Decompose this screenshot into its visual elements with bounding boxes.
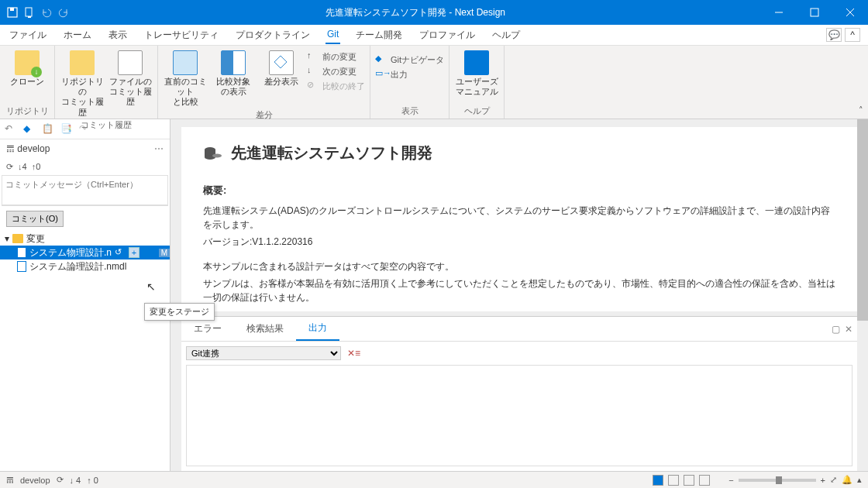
svg-rect-2 — [26, 8, 32, 16]
tab-output[interactable]: 出力 — [296, 317, 339, 341]
layout-icon-4[interactable] — [699, 475, 710, 486]
status-branch-icon: 𝌎 — [6, 475, 14, 485]
notifications-icon[interactable]: 🔔 — [842, 475, 852, 485]
main-scrollbar[interactable] — [857, 119, 868, 465]
layout-icon-2[interactable] — [668, 475, 679, 486]
folder-icon — [12, 234, 23, 243]
ribbon-group-help: ヘルプ — [454, 104, 499, 119]
tab-team[interactable]: チーム開発 — [354, 26, 404, 45]
stage-tooltip: 変更をステージ — [144, 303, 215, 321]
sync-icon[interactable]: ⟳ — [6, 162, 13, 172]
branch-name[interactable]: develop — [17, 143, 50, 154]
ribbon-group-repo: リポジトリ — [5, 104, 50, 119]
end-compare-button[interactable]: ⊘比較の終了 — [307, 80, 365, 92]
overview-p2: バージョン:V1.1.2.220316 — [203, 235, 835, 249]
git-navigator-button[interactable]: ◆Gitナビゲータ — [375, 53, 444, 66]
tab-error[interactable]: エラー — [181, 318, 234, 340]
git-nav-icon[interactable]: ◆ — [23, 123, 36, 136]
tab-git[interactable]: Git — [326, 26, 340, 44]
clear-output-icon[interactable]: ✕≡ — [347, 348, 360, 359]
doc-title: 先進運転システムソフト開発 — [203, 143, 835, 163]
file-icon — [17, 247, 26, 258]
layout-icon-3[interactable] — [684, 475, 694, 486]
panel-dock-icon[interactable]: ▢ — [832, 324, 840, 335]
svg-point-10 — [212, 153, 222, 157]
window-title: 先進運転システムソフト開発 - Next Design — [70, 6, 761, 19]
tab-file[interactable]: ファイル — [8, 26, 48, 45]
output-body — [186, 365, 852, 466]
svg-rect-4 — [811, 9, 818, 16]
ribbon-expand-icon[interactable]: ˄ — [859, 105, 863, 115]
stage-plus-icon[interactable]: + — [129, 247, 140, 258]
lp-icon-3[interactable]: 📋 — [42, 123, 54, 136]
manual-button[interactable]: ユーザーズ マニュアル — [454, 49, 499, 104]
tree-item-physical[interactable]: システム物理設計.n ↺ + M — [0, 246, 170, 259]
diff-view-button[interactable]: 差分表示 — [259, 49, 304, 108]
close-button[interactable] — [832, 0, 868, 25]
status-chevron-icon[interactable]: ▴ — [857, 475, 862, 485]
tab-home[interactable]: ホーム — [62, 26, 93, 45]
tab-view[interactable]: 表示 — [107, 26, 129, 45]
collapse-ribbon-icon[interactable]: ^ — [845, 28, 860, 42]
overview-p1: 先進運転システム(ADAS)のクルーズコントロールシステムについて、システムのサ… — [203, 204, 835, 232]
back-arrow-icon[interactable]: ↶ — [5, 123, 17, 136]
commit-message-input[interactable] — [2, 175, 168, 205]
compare-prev-button[interactable]: 直前のコミット と比較 — [163, 49, 208, 108]
collapse-icon[interactable]: ▾ — [5, 233, 9, 244]
tab-search[interactable]: 検索結果 — [234, 318, 296, 340]
db-icon — [203, 145, 223, 162]
panel-close-icon[interactable]: ✕ — [845, 324, 852, 335]
incoming-count: ↓4 — [18, 162, 27, 171]
status-up: ↑ 0 — [87, 476, 98, 485]
tab-profile[interactable]: プロファイル — [418, 26, 477, 45]
ribbon-group-diff: 差分 — [163, 108, 365, 122]
layout-icon-1[interactable] — [653, 475, 663, 486]
status-sync-icon[interactable]: ⟳ — [57, 475, 64, 485]
maximize-button[interactable] — [797, 0, 832, 25]
save-icon[interactable] — [6, 6, 19, 19]
undo-icon[interactable] — [40, 6, 53, 19]
clone-button[interactable]: ↓ クローン — [5, 49, 50, 104]
file-icon — [17, 261, 26, 272]
revert-icon[interactable]: ↺ — [115, 247, 126, 258]
svg-rect-1 — [10, 8, 14, 11]
redo-icon[interactable] — [57, 6, 70, 19]
status-down: ↓ 4 — [70, 476, 81, 485]
branch-icon: 𝌎 — [6, 143, 17, 154]
zoom-slider[interactable] — [739, 479, 816, 482]
modified-badge: M — [159, 249, 170, 257]
file-history-button[interactable]: ファイルの コミット履歴 — [108, 49, 153, 118]
output-button[interactable]: ▭→出力 — [375, 68, 444, 81]
next-change-button[interactable]: ↓次の変更 — [307, 65, 365, 77]
ribbon-group-history: コミット履歴 — [60, 118, 153, 132]
tree-item-logical[interactable]: システム論理設計.nmdl M — [0, 259, 170, 273]
zoom-in-icon[interactable]: + — [821, 476, 825, 485]
status-icon-a[interactable]: ⤢ — [830, 475, 837, 485]
feedback-icon[interactable]: 💬 — [826, 28, 842, 42]
output-filter-select[interactable]: Git連携 — [186, 346, 341, 360]
tab-trace[interactable]: トレーサビリティ — [143, 26, 220, 45]
overview-p3: 本サンプルに含まれる設計データはすべて架空の内容です。 — [203, 259, 835, 273]
outgoing-count: ↑0 — [32, 162, 41, 171]
ribbon-group-view: 表示 — [375, 104, 444, 119]
repo-history-button[interactable]: リポジトリの コミット履歴 — [60, 49, 105, 118]
zoom-out-icon[interactable]: − — [728, 476, 733, 485]
compare-target-button[interactable]: 比較対象 の表示 — [211, 49, 256, 108]
overview-p4: サンプルは、お客様が本製品を有効に活用頂く上で参考にしていただくことを想定したも… — [203, 277, 835, 304]
commit-button[interactable]: コミット(O) — [6, 211, 64, 227]
status-branch[interactable]: develop — [20, 476, 50, 485]
tab-product[interactable]: プロダクトライン — [234, 26, 312, 45]
tab-help[interactable]: ヘルプ — [491, 26, 522, 45]
tree-root-changes[interactable]: ▾ 変更 — [0, 232, 170, 246]
overview-heading: 概要: — [203, 184, 835, 198]
new-icon[interactable] — [23, 6, 36, 19]
prev-change-button[interactable]: ↑前の変更 — [307, 50, 365, 63]
branch-menu-icon[interactable]: ⋯ — [154, 143, 164, 154]
minimize-button[interactable] — [761, 0, 797, 25]
